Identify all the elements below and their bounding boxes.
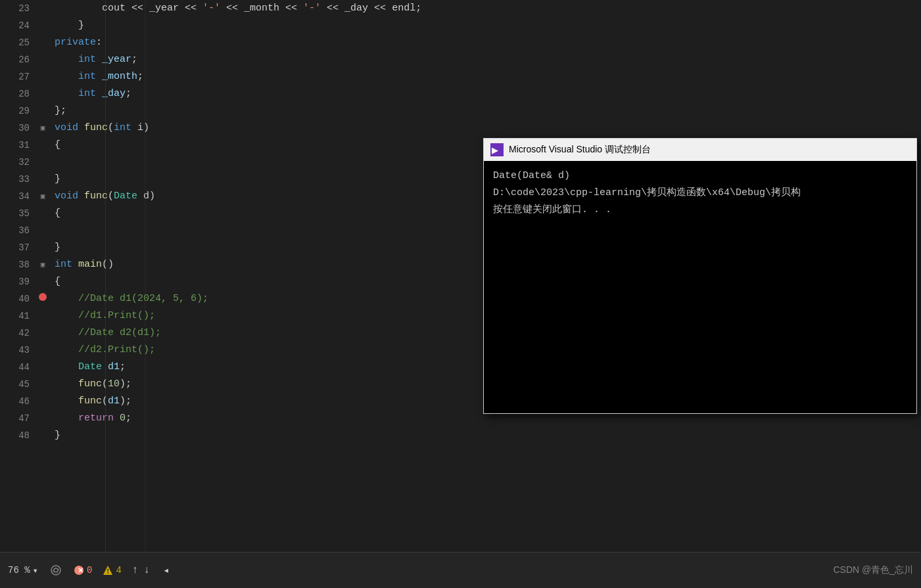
token-plain (55, 325, 78, 342)
token-plain: }; (55, 102, 66, 120)
console-line: Date(Date& d) (493, 168, 907, 185)
fold-icon[interactable]: ▣ (41, 124, 45, 132)
zoom-dropdown-icon[interactable]: ▾ (33, 565, 38, 576)
code-line: private: (55, 34, 921, 51)
token-plain: } (55, 17, 84, 34)
up-arrow[interactable]: ↑ (132, 564, 139, 576)
gutter-line (36, 222, 49, 239)
token-plain (55, 359, 78, 376)
svg-text:▶: ▶ (492, 146, 498, 155)
token-plain: () (102, 256, 114, 273)
token-plain: ; (126, 410, 131, 427)
zoom-control[interactable]: 76 % ▾ (8, 565, 38, 576)
code-line: }; (55, 102, 921, 120)
token-kw: void (55, 120, 78, 137)
errors-count: 0 (87, 565, 92, 576)
errors-indicator[interactable]: ✕ 0 (74, 565, 92, 576)
token-fn: func (78, 376, 102, 393)
collapse-icon[interactable]: ◂ (163, 564, 170, 577)
token-plain (78, 188, 84, 205)
gutter-line (36, 290, 49, 307)
sync-icon[interactable] (49, 563, 63, 577)
gutter-line (36, 359, 49, 376)
token-plain (114, 410, 120, 427)
token-plain: { (55, 205, 60, 222)
line-number: 25 (0, 34, 30, 51)
line-number: 40 (0, 290, 30, 307)
token-plain (55, 342, 78, 359)
gutter-line (36, 273, 49, 290)
token-comment: //Date d1(2024, 5, 6); (78, 290, 208, 307)
line-number: 33 (0, 171, 30, 188)
gutter-line (36, 342, 49, 359)
console-title: Microsoft Visual Studio 调试控制台 (509, 144, 910, 156)
line-number: 41 (0, 307, 30, 325)
line-number: 27 (0, 68, 30, 85)
line-number: 43 (0, 342, 30, 359)
line-number: 45 (0, 376, 30, 393)
line-number: 29 (0, 102, 30, 120)
token-kw: int (78, 51, 96, 68)
token-fn: func (84, 188, 108, 205)
token-plain: : (96, 34, 102, 51)
token-comment: //Date d2(d1); (78, 325, 161, 342)
gutter-line: ▣ (36, 188, 49, 205)
line-number: 42 (0, 325, 30, 342)
line-number: 26 (0, 51, 30, 68)
down-arrow[interactable]: ↓ (143, 564, 150, 576)
gutter-line (36, 68, 49, 85)
token-plain: ; (120, 359, 126, 376)
gutter-line (36, 205, 49, 222)
fold-icon[interactable]: ▣ (41, 261, 45, 269)
token-type: Date (78, 359, 102, 376)
gutter-line (36, 154, 49, 171)
token-member: _year (96, 51, 131, 68)
svg-text:!: ! (107, 568, 109, 575)
warnings-indicator[interactable]: ! 4 (103, 565, 121, 576)
line-number: 28 (0, 85, 30, 102)
token-plain: ; (137, 68, 143, 85)
line-number: 46 (0, 393, 30, 410)
line-number: 30 (0, 120, 30, 137)
line-number: 34 (0, 188, 30, 205)
token-fn: func (84, 120, 108, 137)
gutter-line: ▣ (36, 120, 49, 137)
breakpoint-dot[interactable] (39, 293, 47, 301)
code-line: } (55, 17, 921, 34)
gutter-line (36, 307, 49, 325)
token-type: Date (114, 188, 137, 205)
token-comment: //d1.Print(); (78, 307, 155, 325)
token-plain (72, 256, 78, 273)
code-line: int _year; (55, 51, 921, 68)
line-numbers: 2324252627282930313233343536373839404142… (0, 0, 36, 552)
token-plain: } (55, 171, 60, 188)
vs-icon: ▶ (490, 143, 504, 156)
token-plain (78, 120, 84, 137)
fold-icon[interactable]: ▣ (41, 192, 45, 200)
token-plain: << _month << (220, 0, 303, 17)
status-bar: 76 % ▾ ✕ 0 ! 4 ↑ ↓ ◂ CSDN @青色_忘川 (0, 552, 921, 588)
token-kw: private (55, 34, 96, 51)
line-number: 37 (0, 239, 30, 256)
console-window: ▶ Microsoft Visual Studio 调试控制台 Date(Dat… (483, 138, 917, 414)
svg-point-2 (51, 566, 60, 575)
token-kw: int (78, 85, 96, 102)
line-number: 35 (0, 205, 30, 222)
token-member: _day (96, 85, 126, 102)
token-num: 10 (108, 376, 120, 393)
token-plain (55, 51, 78, 68)
token-plain: ); (120, 393, 131, 410)
gutter-line: ▣ (36, 256, 49, 273)
navigation-arrows[interactable]: ↑ ↓ (132, 564, 150, 576)
token-fn: main (78, 256, 102, 273)
token-kw: void (55, 188, 78, 205)
gutter-line (36, 102, 49, 120)
token-plain: ; (126, 85, 131, 102)
gutter-line (36, 171, 49, 188)
token-plain: << _day << endl; (321, 0, 421, 17)
code-line: } (55, 427, 921, 444)
token-plain (55, 85, 78, 102)
console-titlebar: ▶ Microsoft Visual Studio 调试控制台 (484, 139, 916, 161)
gutter-line (36, 410, 49, 427)
gutter-line (36, 325, 49, 342)
